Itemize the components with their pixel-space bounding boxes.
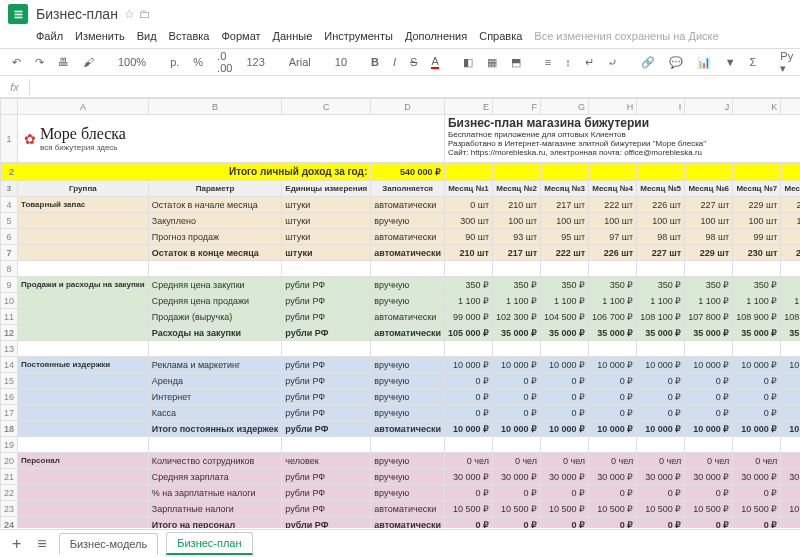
cell[interactable]: Остаток в начале месяца — [148, 197, 282, 213]
cell[interactable]: рубли РФ — [282, 277, 371, 293]
cell[interactable]: 0 ₽ — [733, 485, 781, 501]
col-header[interactable]: G — [541, 99, 589, 115]
cell[interactable]: вручную — [371, 405, 445, 421]
cell[interactable]: 104 500 ₽ — [541, 309, 589, 325]
cell[interactable]: 227 шт — [637, 245, 685, 261]
cell[interactable]: 30 000 ₽ — [685, 469, 733, 485]
wrap-icon[interactable]: ↵ — [581, 54, 598, 71]
cell[interactable]: 0 ₽ — [589, 517, 637, 529]
row-header[interactable]: 22 — [1, 485, 18, 501]
cell[interactable]: 30 000 ₽ — [589, 469, 637, 485]
tab-business-model[interactable]: Бизнес-модель — [59, 533, 159, 554]
cell[interactable]: автоматически — [371, 501, 445, 517]
cell[interactable]: рубли РФ — [282, 469, 371, 485]
filter-icon[interactable]: ▼ — [721, 54, 740, 70]
cell[interactable]: Остаток в конце месяца — [148, 245, 282, 261]
cell[interactable]: 0 ₽ — [541, 485, 589, 501]
cell[interactable]: Месяц №7 — [733, 181, 781, 197]
cell[interactable]: рубли РФ — [282, 405, 371, 421]
cell[interactable]: Прогноз продаж — [148, 229, 282, 245]
cell[interactable]: Параметр — [148, 181, 282, 197]
row-header[interactable]: 10 — [1, 293, 18, 309]
star-icon[interactable]: ☆ — [124, 7, 135, 21]
cell[interactable]: 100 шт — [493, 213, 541, 229]
cell[interactable]: 10 000 ₽ — [733, 421, 781, 437]
cell[interactable] — [282, 437, 371, 453]
cell[interactable] — [493, 341, 541, 357]
cell[interactable] — [18, 501, 149, 517]
cell[interactable]: 97 шт — [589, 229, 637, 245]
document-title[interactable]: Бизнес-план — [36, 6, 118, 22]
cell[interactable]: 222 шт — [589, 197, 637, 213]
cell[interactable] — [444, 163, 492, 181]
cell[interactable]: 0 ₽ — [444, 485, 492, 501]
cell[interactable]: 10 500 ₽ — [444, 501, 492, 517]
cell[interactable] — [444, 437, 492, 453]
cell[interactable]: 105 000 ₽ — [444, 325, 492, 341]
cell[interactable]: вручную — [371, 293, 445, 309]
cell[interactable]: 10 000 ₽ — [493, 357, 541, 373]
paint-format-icon[interactable]: 🖌 — [79, 54, 98, 70]
cell[interactable]: 230 шт — [781, 197, 800, 213]
sheets-icon[interactable]: ☰ — [8, 4, 28, 24]
cell[interactable]: 0 чел — [781, 453, 800, 469]
cell[interactable]: 93 шт — [493, 229, 541, 245]
cell[interactable] — [148, 437, 282, 453]
cell[interactable]: 1 100 ₽ — [637, 293, 685, 309]
font-select[interactable]: Arial — [285, 54, 315, 70]
row-header[interactable]: 9 — [1, 277, 18, 293]
menu-format[interactable]: Формат — [221, 30, 260, 42]
cell[interactable] — [685, 163, 733, 181]
cell[interactable]: 0 шт — [444, 197, 492, 213]
cell[interactable]: 100 шт — [589, 213, 637, 229]
cell[interactable]: автоматически — [371, 421, 445, 437]
cell[interactable]: 1 100 ₽ — [493, 293, 541, 309]
row-header[interactable]: 18 — [1, 421, 18, 437]
cell[interactable]: 35 000 ₽ — [781, 325, 800, 341]
cell[interactable]: 108 900 ₽ — [733, 309, 781, 325]
cell[interactable]: Средняя цена продажи — [148, 293, 282, 309]
cell[interactable]: Месяц №1 — [444, 181, 492, 197]
cell[interactable]: 0 ₽ — [541, 405, 589, 421]
link-icon[interactable]: 🔗 — [637, 54, 659, 71]
more-formats-button[interactable]: 123 — [242, 54, 268, 70]
cell[interactable] — [781, 341, 800, 357]
row-header[interactable]: 12 — [1, 325, 18, 341]
cell[interactable]: 0 ₽ — [733, 373, 781, 389]
cell[interactable]: 10 500 ₽ — [589, 501, 637, 517]
cell[interactable] — [18, 405, 149, 421]
cell[interactable]: 230 шт — [733, 245, 781, 261]
cell[interactable]: вручную — [371, 357, 445, 373]
cell[interactable] — [541, 163, 589, 181]
cell[interactable] — [493, 163, 541, 181]
cell[interactable]: 100 шт — [781, 213, 800, 229]
cell[interactable]: Месяц №5 — [637, 181, 685, 197]
cell[interactable]: 350 ₽ — [781, 277, 800, 293]
cell[interactable]: Заполняется — [371, 181, 445, 197]
cell[interactable]: 350 ₽ — [541, 277, 589, 293]
menu-addons[interactable]: Дополнения — [405, 30, 467, 42]
cell[interactable]: 10 000 ₽ — [541, 357, 589, 373]
cell[interactable]: 10 500 ₽ — [637, 501, 685, 517]
language-button[interactable]: Ру ▾ — [776, 48, 797, 77]
cell[interactable] — [18, 373, 149, 389]
undo-icon[interactable]: ↶ — [8, 54, 25, 71]
cell[interactable]: 0 ₽ — [781, 389, 800, 405]
row-header[interactable]: 14 — [1, 357, 18, 373]
menu-tools[interactable]: Инструменты — [324, 30, 393, 42]
cell[interactable]: 350 ₽ — [637, 277, 685, 293]
cell[interactable]: 100 шт — [541, 213, 589, 229]
menu-data[interactable]: Данные — [273, 30, 313, 42]
cell[interactable]: 10 000 ₽ — [444, 357, 492, 373]
spreadsheet-grid[interactable]: A B C D E F G H I J K L M 1 ✿ Море блеск… — [0, 98, 800, 528]
cell[interactable] — [637, 163, 685, 181]
cell[interactable]: Месяц №3 — [541, 181, 589, 197]
cell[interactable]: 226 шт — [589, 245, 637, 261]
fill-color-icon[interactable]: ◧ — [459, 54, 477, 71]
cell[interactable]: 1 100 ₽ — [541, 293, 589, 309]
cell[interactable]: 0 чел — [444, 453, 492, 469]
cell[interactable]: 0 чел — [733, 453, 781, 469]
cell[interactable]: 217 шт — [541, 197, 589, 213]
cell[interactable]: 0 ₽ — [444, 405, 492, 421]
cell[interactable]: автоматически — [371, 229, 445, 245]
